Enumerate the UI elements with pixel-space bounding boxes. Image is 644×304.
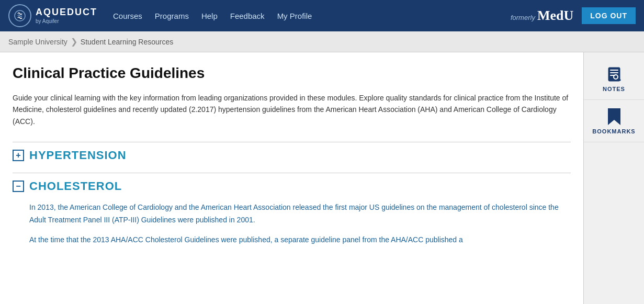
sidebar: NOTES BOOKMARKS [583,52,644,304]
hypertension-section: + HYPERTENSION [13,142,571,173]
nav-right: formerly MedU LOG OUT [511,7,636,24]
page-description: Guide your clinical learning with the ke… [13,92,571,127]
sidebar-notes[interactable]: NOTES [584,58,644,100]
formerly-text: formerly [511,14,535,21]
bookmarks-icon [605,107,624,126]
nav-my-profile[interactable]: My Profile [277,12,312,20]
logo-text: AQUEDUCT by Aquifer [36,7,97,25]
logout-button[interactable]: LOG OUT [582,7,636,24]
hypertension-header[interactable]: + HYPERTENSION [13,149,571,162]
medu-brand: MedU [537,8,573,24]
cholesterol-section: − CHOLESTEROL In 2013, the American Coll… [13,173,571,252]
svg-rect-3 [610,72,618,73]
top-navigation: AQUEDUCT by Aquifer Courses Programs Hel… [0,0,644,31]
main-content: Clinical Practice Guidelines Guide your … [0,52,583,304]
nav-feedback[interactable]: Feedback [230,12,265,20]
nav-links: Courses Programs Help Feedback My Profil… [113,12,511,20]
breadcrumb-university[interactable]: Sample University [8,38,67,46]
breadcrumb-resources[interactable]: Student Learning Resources [81,38,173,46]
brand-sub: by Aquifer [36,18,97,25]
logo-area[interactable]: AQUEDUCT by Aquifer [8,4,97,27]
brand-name: AQUEDUCT [36,7,97,18]
notes-label: NOTES [603,86,625,92]
cholesterol-link-2[interactable]: At the time that the 2013 AHA/ACC Choles… [29,235,463,244]
nav-programs[interactable]: Programs [155,12,189,20]
cholesterol-toggle[interactable]: − [13,181,24,192]
notes-icon [605,65,624,84]
page-title: Clinical Practice Guidelines [13,65,571,82]
cholesterol-link-1[interactable]: In 2013, the American College of Cardiol… [29,203,559,224]
cholesterol-body: In 2013, the American College of Cardiol… [13,197,571,246]
logo-icon [8,4,31,27]
cholesterol-header[interactable]: − CHOLESTEROL [13,179,571,193]
nav-help[interactable]: Help [201,12,218,20]
page-wrapper: Clinical Practice Guidelines Guide your … [0,52,644,304]
svg-rect-2 [610,70,618,71]
hypertension-toggle[interactable]: + [13,150,24,161]
breadcrumb: Sample University ❯ Student Learning Res… [0,31,644,52]
nav-courses[interactable]: Courses [113,12,142,20]
cholesterol-title: CHOLESTEROL [29,179,122,193]
sidebar-bookmarks[interactable]: BOOKMARKS [584,100,644,142]
formerly-medu: formerly MedU [511,8,573,24]
bookmarks-label: BOOKMARKS [592,128,635,134]
breadcrumb-separator: ❯ [71,37,77,47]
hypertension-title: HYPERTENSION [29,149,127,162]
